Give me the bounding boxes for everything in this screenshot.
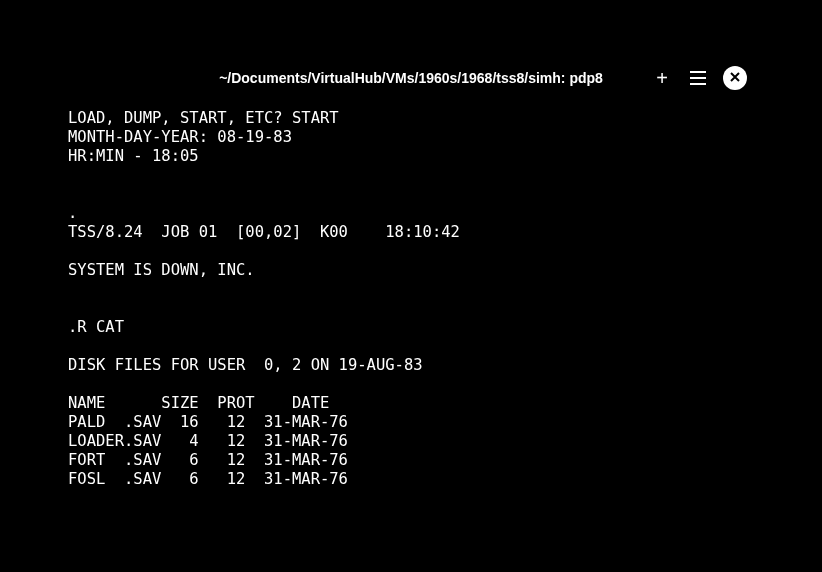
terminal-output[interactable]: LOAD, DUMP, START, ETC? START MONTH-DAY-… [65, 99, 757, 489]
window-controls [651, 57, 747, 99]
window-title: ~/Documents/VirtualHub/VMs/1960s/1968/ts… [219, 70, 603, 86]
terminal-window: ~/Documents/VirtualHub/VMs/1960s/1968/ts… [65, 57, 757, 505]
new-tab-button[interactable] [651, 67, 673, 89]
plus-icon [656, 67, 668, 90]
menu-button[interactable] [687, 67, 709, 89]
hamburger-icon [690, 71, 706, 85]
titlebar: ~/Documents/VirtualHub/VMs/1960s/1968/ts… [65, 57, 757, 99]
close-icon [729, 69, 741, 87]
close-button[interactable] [723, 66, 747, 90]
